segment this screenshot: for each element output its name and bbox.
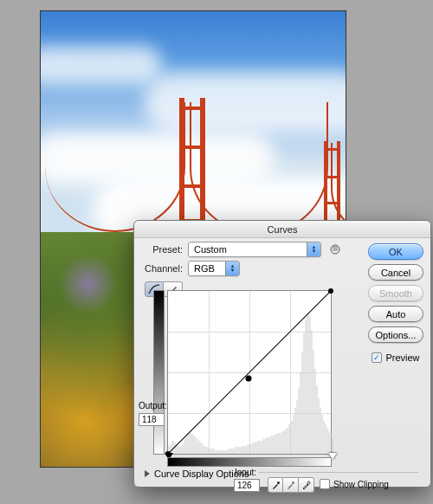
- svg-point-3: [277, 481, 280, 484]
- svg-point-4: [292, 481, 294, 484]
- curve-control-point[interactable]: [245, 376, 251, 382]
- channel-label: Channel:: [141, 263, 183, 274]
- chevron-updown-icon: ▲▼: [307, 242, 320, 256]
- channel-select[interactable]: RGB ▲▼: [188, 261, 240, 276]
- preset-value: Custom: [189, 244, 307, 255]
- options-button[interactable]: Options...: [368, 326, 423, 343]
- smooth-button[interactable]: Smooth: [368, 285, 423, 301]
- chevron-updown-icon: ▲▼: [225, 262, 239, 275]
- black-eyedropper-icon[interactable]: [268, 477, 283, 493]
- output-field[interactable]: 118: [139, 413, 165, 426]
- show-clipping-checkbox[interactable]: [320, 479, 330, 489]
- svg-point-0: [331, 245, 339, 254]
- preset-menu-icon[interactable]: [329, 243, 341, 255]
- gray-eyedropper-icon[interactable]: [283, 477, 299, 493]
- output-gradient: [153, 290, 165, 455]
- curve-white-point[interactable]: [328, 288, 333, 294]
- auto-button[interactable]: Auto: [368, 306, 423, 322]
- cloud: [40, 46, 162, 85]
- preview-label: Preview: [385, 352, 419, 363]
- histogram: [168, 291, 331, 454]
- flowers: [49, 254, 127, 314]
- curve-display-options-disclosure[interactable]: Curve Display Options: [145, 468, 249, 479]
- preview-checkbox[interactable]: ✓: [372, 352, 382, 363]
- preset-label: Preset:: [141, 244, 183, 255]
- ok-button[interactable]: OK: [368, 243, 423, 260]
- dialog-title[interactable]: Curves: [134, 221, 430, 238]
- curve-graph[interactable]: [167, 290, 332, 455]
- preset-select[interactable]: Custom ▲▼: [188, 242, 321, 257]
- output-label: Output:: [139, 401, 167, 410]
- show-clipping-label: Show Clipping: [333, 480, 389, 489]
- divider: [259, 472, 418, 473]
- svg-point-5: [307, 481, 310, 484]
- input-gradient: [167, 457, 332, 467]
- cancel-button[interactable]: Cancel: [368, 264, 423, 281]
- input-field[interactable]: 126: [234, 479, 260, 492]
- white-eyedropper-icon[interactable]: [299, 477, 314, 493]
- curves-dialog: Curves Preset: Custom ▲▼ Channel: RGB ▲▼: [133, 220, 431, 488]
- channel-value: RGB: [189, 263, 225, 274]
- disclosure-triangle-icon: [145, 470, 150, 477]
